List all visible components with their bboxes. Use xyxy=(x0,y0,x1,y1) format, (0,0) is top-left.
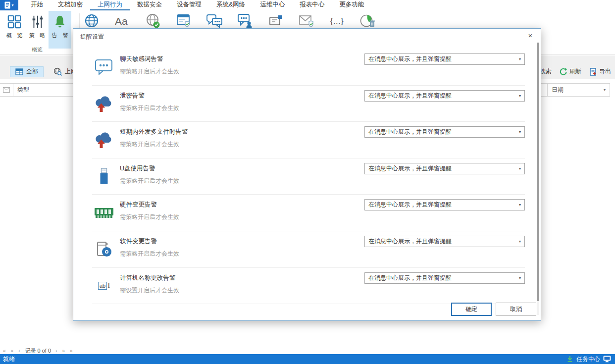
menu-item-system-network[interactable]: 系统&网络 xyxy=(209,0,253,10)
custom-protocol-button[interactable]: {…} xyxy=(328,12,346,30)
cancel-button[interactable]: 取消 xyxy=(496,303,536,316)
globe-icon xyxy=(84,13,100,29)
alert-mode-select[interactable]: 在消息中心展示，并且弹窗提醒 ▾ xyxy=(364,272,525,284)
im-account-button[interactable] xyxy=(236,12,254,30)
website-allow-button[interactable] xyxy=(144,12,162,30)
sliders-icon xyxy=(30,14,45,29)
status-text: 就绪 xyxy=(3,355,15,364)
chat-sensitive-icon xyxy=(93,58,115,75)
alert-subtitle: 需策略开启后才会生效 xyxy=(120,140,179,149)
mail-shield-icon xyxy=(298,13,315,29)
traffic-clean-button[interactable] xyxy=(359,12,377,30)
action-label: 导出 xyxy=(599,67,611,76)
chevron-down-icon: ▾ xyxy=(519,203,521,207)
usb-drive-icon xyxy=(93,167,115,185)
browser-control-button[interactable] xyxy=(175,12,193,30)
dialog-scrollbar[interactable] xyxy=(537,43,539,315)
app-menu-button[interactable]: ▾ xyxy=(0,0,18,10)
action-label: 刷新 xyxy=(569,67,581,76)
software-disc-icon xyxy=(93,240,115,258)
prev-page-button[interactable]: ‹ xyxy=(18,348,20,354)
alert-mode-select[interactable]: 在消息中心展示，并且弹窗提醒 ▾ xyxy=(364,199,525,210)
alert-mode-select[interactable]: 在消息中心展示，并且弹窗提醒 ▾ xyxy=(364,90,525,102)
chevron-down-icon: ▾ xyxy=(519,94,521,98)
action-label: 搜索 xyxy=(540,67,552,76)
tab-label: 全部 xyxy=(26,67,38,76)
mail-control-button[interactable] xyxy=(298,12,315,30)
mail-icon xyxy=(268,13,284,29)
chevron-down-icon: ▾ xyxy=(519,57,521,61)
list-item-hardware-alert: 硬件变更告警 需策略开启后才会生效 在消息中心展示，并且弹窗提醒 ▾ xyxy=(92,195,525,231)
menu-item-start[interactable]: 开始 xyxy=(23,0,51,10)
fast-next-button[interactable]: » xyxy=(62,348,65,354)
menu-item-web-behavior[interactable]: 上网行为 xyxy=(90,0,130,10)
alert-mode-select[interactable]: 在消息中心展示，并且弹窗提醒 ▾ xyxy=(364,236,525,247)
alert-title: 硬件变更告警 xyxy=(120,201,157,209)
alert-subtitle: 需策略开启后才会生效 xyxy=(120,104,179,112)
menu-item-doc-encryption[interactable]: 文档加密 xyxy=(51,0,90,10)
task-center-button[interactable]: 任务中心 xyxy=(566,355,611,364)
chevron-down-icon: ▾ xyxy=(519,130,521,134)
ribbon-button-label: 策 略 xyxy=(29,32,47,39)
download-arrow-icon xyxy=(566,356,573,363)
ribbon-button-policy[interactable]: 策 略 xyxy=(26,11,49,49)
select-value: 在消息中心展示，并且弹窗提醒 xyxy=(368,164,452,173)
list-item-outgoing-files-alert: 短期内外发多文件时告警 需策略开启后才会生效 在消息中心展示，并且弹窗提醒 ▾ xyxy=(92,122,525,158)
alert-bell-icon xyxy=(52,14,67,29)
ribbon-button-alert[interactable]: 告 警 xyxy=(49,11,71,49)
last-page-button[interactable]: » xyxy=(70,348,73,354)
select-value: 在消息中心展示，并且弹窗提醒 xyxy=(368,201,452,209)
select-value: 在消息中心展示，并且弹窗提醒 xyxy=(368,55,452,63)
ribbon-icon-strip: Aa xyxy=(83,12,377,30)
next-page-button[interactable]: › xyxy=(55,348,57,354)
svg-text:Aa: Aa xyxy=(115,15,128,27)
menu-item-data-security[interactable]: 数据安全 xyxy=(130,0,169,10)
hardware-ram-icon xyxy=(93,206,115,220)
globe-recycle-icon xyxy=(359,13,376,29)
alert-title: 软件变更告警 xyxy=(120,237,157,246)
menu-item-report-center[interactable]: 报表中心 xyxy=(292,0,332,10)
list-item-usb-alert: U盘使用告警 需策略开启后才会生效 在消息中心展示，并且弹窗提醒 ▾ xyxy=(92,158,525,195)
keyword-button[interactable]: Aa xyxy=(113,12,131,30)
close-icon[interactable]: × xyxy=(525,31,536,41)
menu-item-device-mgmt[interactable]: 设备管理 xyxy=(169,0,209,10)
tab-all[interactable]: 全部 xyxy=(10,66,44,77)
alert-title: 计算机名称更改告警 xyxy=(120,274,176,282)
browser-shield-icon xyxy=(176,13,192,29)
alert-mode-select[interactable]: 在消息中心展示，并且弹窗提醒 ▾ xyxy=(364,126,525,138)
ribbon-button-overview[interactable]: 概 览 xyxy=(3,11,26,49)
envelope-icon xyxy=(3,87,10,93)
first-page-button[interactable]: « xyxy=(3,348,6,354)
svg-text:{…}: {…} xyxy=(330,17,344,25)
ok-button[interactable]: 确定 xyxy=(451,303,492,316)
reminder-settings-dialog: 提醒设置 × 聊天敏感词告警 需策略开启后才会生效 在消息中心展示，并且弹窗提醒… xyxy=(73,28,541,321)
alert-subtitle: 需策略开启后才会生效 xyxy=(120,250,179,258)
alert-mode-select[interactable]: 在消息中心展示，并且弹窗提醒 ▾ xyxy=(364,53,525,65)
menu-item-more[interactable]: 更多功能 xyxy=(332,0,371,10)
braces-icon: {…} xyxy=(329,13,346,29)
menu-item-ops-center[interactable]: 运维中心 xyxy=(253,0,292,10)
web-browse-button[interactable] xyxy=(83,12,101,30)
refresh-icon xyxy=(560,68,567,76)
chat-bubbles-icon xyxy=(206,13,223,29)
im-monitor-button[interactable] xyxy=(205,12,223,30)
fast-prev-button[interactable]: « xyxy=(11,348,14,354)
list-item-leak-alert: 泄密告警 需策略开启后才会生效 在消息中心展示，并且弹窗提醒 ▾ xyxy=(92,86,525,122)
list-item-chat-sensitive-alert: 聊天敏感词告警 需策略开启后才会生效 在消息中心展示，并且弹窗提醒 ▾ xyxy=(92,49,525,86)
mail-monitor-button[interactable] xyxy=(267,12,285,30)
record-count-label: 记录 0 of 0 xyxy=(25,347,51,355)
ribbon-button-label: 概 览 xyxy=(6,32,24,39)
chat-person-icon xyxy=(237,13,254,29)
document-icon xyxy=(4,1,10,9)
chevron-down-icon: ▾ xyxy=(604,88,606,92)
task-center-label: 任务中心 xyxy=(576,355,600,364)
alert-mode-select[interactable]: 在消息中心展示，并且弹窗提醒 ▾ xyxy=(364,163,525,174)
chevron-down-icon: ▾ xyxy=(519,276,521,280)
export-button[interactable]: 导出 xyxy=(589,67,611,76)
refresh-button[interactable]: 刷新 xyxy=(560,67,581,76)
globe-search-icon xyxy=(53,67,62,76)
date-column-header[interactable]: 日期 ▾ xyxy=(547,84,610,96)
scrollbar-thumb[interactable] xyxy=(537,43,539,301)
alert-title: 泄密告警 xyxy=(120,92,145,100)
icon-column-header[interactable] xyxy=(0,84,13,96)
